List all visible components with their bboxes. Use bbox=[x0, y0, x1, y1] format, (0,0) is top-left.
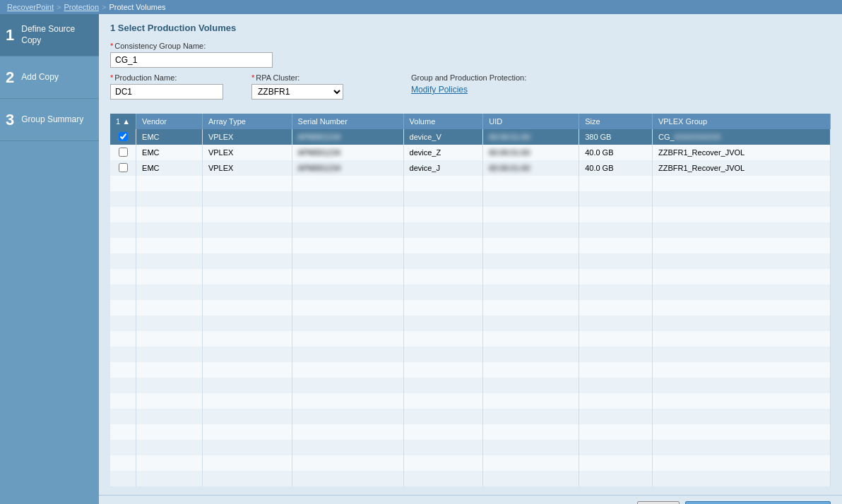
sidebar-item-define-source-copy[interactable]: 1 Define Source Copy bbox=[0, 14, 99, 56]
sidebar-item-group-summary[interactable]: 3 Group Summary bbox=[0, 99, 99, 141]
footer-buttons: < Back Next Define the Production Journa… bbox=[637, 501, 831, 504]
topbar-current-page: Protect Volumes bbox=[109, 3, 165, 11]
row-checkbox[interactable] bbox=[119, 148, 128, 157]
col-header-serial[interactable]: Serial Number bbox=[292, 114, 403, 129]
row-serial: APM001234 bbox=[292, 160, 403, 176]
col-header-size[interactable]: Size bbox=[579, 114, 653, 129]
empty-row bbox=[110, 409, 831, 424]
content-area: 1 Select Production Volumes *Consistency… bbox=[99, 14, 842, 504]
sidebar-item-add-copy[interactable]: 2 Add Copy bbox=[0, 56, 99, 99]
cg-name-label: *Consistency Group Name: bbox=[110, 42, 273, 50]
row-uid: 60:06:01:60 bbox=[483, 129, 579, 145]
topbar-protection-link[interactable]: Protection bbox=[64, 3, 99, 11]
row-checkbox-cell[interactable] bbox=[110, 145, 136, 160]
topbar-sep2: > bbox=[102, 3, 106, 11]
footer-bar: Selected: 1 Total size of selected volum… bbox=[99, 495, 842, 504]
main-layout: 1 Define Source Copy 2 Add Copy 3 Group … bbox=[0, 14, 842, 504]
empty-row bbox=[110, 222, 831, 238]
step-2-label: Add Copy bbox=[21, 72, 59, 83]
step-3-number: 3 bbox=[6, 112, 14, 128]
row-array-type: VPLEX bbox=[202, 160, 292, 176]
empty-row bbox=[110, 316, 831, 331]
production-name-label: *Production Name: bbox=[110, 73, 223, 82]
row-array-type: VPLEX bbox=[202, 145, 292, 160]
empty-row bbox=[110, 207, 831, 222]
table-row[interactable]: EMC VPLEX APM001234 device_Z 60:06:01:60… bbox=[110, 145, 831, 160]
row-checkbox-cell[interactable] bbox=[110, 160, 136, 176]
form-row-prod: *Production Name: *RPA Cluster: ZZBFR1 G… bbox=[110, 73, 831, 100]
empty-row bbox=[110, 455, 831, 471]
sidebar: 1 Define Source Copy 2 Add Copy 3 Group … bbox=[0, 14, 99, 504]
empty-row bbox=[110, 440, 831, 455]
col-header-uid[interactable]: UID bbox=[483, 114, 579, 129]
empty-row bbox=[110, 424, 831, 440]
empty-row bbox=[110, 331, 831, 347]
topbar: RecoverPoint > Protection > Protect Volu… bbox=[0, 0, 842, 14]
cg-name-group: *Consistency Group Name: bbox=[110, 42, 273, 68]
row-size: 40.0 GB bbox=[579, 160, 653, 176]
topbar-sep1: > bbox=[57, 3, 61, 11]
row-array-type: VPLEX bbox=[202, 129, 292, 145]
section-title: 1 Select Production Volumes bbox=[110, 23, 831, 33]
col-header-checkbox: 1 ▲ bbox=[110, 114, 136, 129]
empty-row bbox=[110, 362, 831, 378]
row-serial: APM001234 bbox=[292, 145, 403, 160]
next-button[interactable]: Next Define the Production Journal > bbox=[685, 501, 831, 504]
row-size: 40.0 GB bbox=[579, 145, 653, 160]
empty-row bbox=[110, 471, 831, 486]
empty-row bbox=[110, 300, 831, 316]
step-3-label: Group Summary bbox=[21, 114, 83, 126]
group-protection-label: Group and Production Protection: bbox=[411, 73, 526, 82]
col-header-volume[interactable]: Volume bbox=[403, 114, 483, 129]
row-checkbox[interactable] bbox=[119, 163, 128, 172]
row-checkbox-cell[interactable] bbox=[110, 129, 136, 145]
row-uid: 60:06:01:60 bbox=[483, 145, 579, 160]
topbar-recoverypoint-link[interactable]: RecoverPoint bbox=[7, 3, 54, 11]
row-vendor: EMC bbox=[136, 129, 203, 145]
empty-row bbox=[110, 191, 831, 207]
row-serial: APM001234 bbox=[292, 129, 403, 145]
modify-policies-link[interactable]: Modify Policies bbox=[411, 85, 526, 95]
row-volume: device_V bbox=[403, 129, 483, 145]
form-row-cg: *Consistency Group Name: bbox=[110, 42, 831, 68]
row-uid: 60:06:01:60 bbox=[483, 160, 579, 176]
back-button[interactable]: < Back bbox=[637, 501, 680, 504]
row-checkbox[interactable] bbox=[119, 132, 128, 141]
empty-row bbox=[110, 393, 831, 409]
empty-row bbox=[110, 284, 831, 300]
empty-row bbox=[110, 238, 831, 253]
row-size: 380 GB bbox=[579, 129, 653, 145]
empty-row bbox=[110, 269, 831, 284]
row-vplex-group: ZZBFR1_Recover_JVOL bbox=[652, 145, 830, 160]
rpa-cluster-select[interactable]: ZZBFR1 bbox=[251, 84, 343, 100]
empty-row bbox=[110, 176, 831, 191]
empty-row bbox=[110, 253, 831, 269]
cg-name-input[interactable] bbox=[110, 52, 273, 68]
table-row[interactable]: EMC VPLEX APM001234 device_V 60:06:01:60… bbox=[110, 129, 831, 145]
rpa-cluster-group: *RPA Cluster: ZZBFR1 bbox=[251, 73, 343, 100]
production-name-input[interactable] bbox=[110, 84, 223, 100]
empty-row bbox=[110, 378, 831, 393]
group-protection-section: Group and Production Protection: Modify … bbox=[411, 73, 526, 95]
step-1-number: 1 bbox=[6, 28, 14, 43]
production-name-group: *Production Name: bbox=[110, 73, 223, 100]
rpa-cluster-label: *RPA Cluster: bbox=[251, 73, 343, 82]
row-vendor: EMC bbox=[136, 160, 203, 176]
row-vplex-group: CG_XXXXXXXXX bbox=[652, 129, 830, 145]
row-volume: device_J bbox=[403, 160, 483, 176]
col-header-array-type[interactable]: Array Type bbox=[202, 114, 292, 129]
volumes-table: 1 ▲ Vendor Array Type Serial Number Volu… bbox=[110, 114, 831, 486]
row-vendor: EMC bbox=[136, 145, 203, 160]
empty-row bbox=[110, 347, 831, 362]
table-row[interactable]: EMC VPLEX APM001234 device_J 60:06:01:60… bbox=[110, 160, 831, 176]
step-2-number: 2 bbox=[6, 70, 14, 85]
row-volume: device_Z bbox=[403, 145, 483, 160]
col-header-vplex-group[interactable]: VPLEX Group bbox=[652, 114, 830, 129]
col-header-vendor[interactable]: Vendor bbox=[136, 114, 203, 129]
step-1-label: Define Source Copy bbox=[21, 24, 93, 46]
volumes-table-container: 1 ▲ Vendor Array Type Serial Number Volu… bbox=[110, 114, 831, 486]
row-vplex-group: ZZBFR1_Recover_JVOL bbox=[652, 160, 830, 176]
